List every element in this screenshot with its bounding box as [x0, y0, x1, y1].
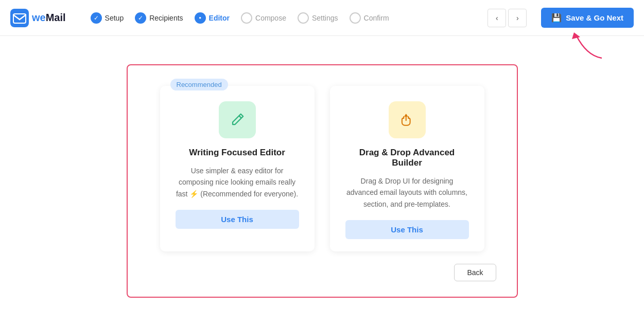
recommended-badge: Recommended: [170, 79, 228, 90]
step-circle-settings: [298, 12, 309, 24]
use-dragdrop-button[interactable]: Use This: [345, 220, 469, 239]
dragdrop-desc: Drag & Drop UI for designing advanced em…: [345, 175, 469, 210]
step-label-recipients: Recipients: [149, 14, 183, 22]
step-confirm[interactable]: Confirm: [345, 10, 393, 26]
logo: weMail: [10, 9, 66, 27]
step-settings[interactable]: Settings: [293, 10, 342, 26]
step-label-setup: Setup: [105, 14, 124, 22]
step-label-confirm: Confirm: [364, 14, 389, 22]
writing-focused-card: Recommended Writing Focused Editor Use s…: [160, 86, 315, 251]
step-label-settings: Settings: [312, 14, 338, 22]
writing-title: Writing Focused Editor: [189, 148, 285, 158]
step-compose[interactable]: Compose: [237, 10, 290, 26]
prev-button[interactable]: ‹: [488, 9, 506, 27]
step-recipients[interactable]: ✓ Recipients: [131, 10, 187, 26]
header: weMail ✓ Setup ✓ Recipients ● Editor Com…: [0, 0, 644, 36]
logo-text: weMail: [32, 12, 66, 24]
save-go-next-button[interactable]: 💾 Save & Go Next: [541, 8, 634, 28]
step-editor[interactable]: ● Editor: [190, 10, 234, 26]
nav-steps: ✓ Setup ✓ Recipients ● Editor Compose Se…: [86, 10, 478, 26]
cards-row: Recommended Writing Focused Editor Use s…: [148, 86, 496, 251]
step-label-compose: Compose: [255, 14, 286, 22]
writing-icon: [219, 101, 256, 138]
step-circle-setup: ✓: [91, 12, 102, 24]
next-button[interactable]: ›: [508, 9, 527, 27]
content-box: Recommended Writing Focused Editor Use s…: [127, 64, 518, 298]
back-button[interactable]: Back: [454, 264, 496, 281]
save-icon: 💾: [551, 13, 562, 23]
drag-drop-card: Drag & Drop Advanced Builder Drag & Drop…: [330, 86, 484, 251]
use-writing-button[interactable]: Use This: [176, 210, 299, 229]
step-circle-compose: [241, 12, 252, 24]
back-row: Back: [148, 264, 496, 281]
save-btn-label: Save & Go Next: [566, 13, 623, 22]
step-circle-recipients: ✓: [135, 12, 146, 24]
drag-icon: [389, 101, 426, 138]
step-circle-confirm: [350, 12, 361, 24]
step-label-editor: Editor: [209, 14, 230, 22]
main-content: Recommended Writing Focused Editor Use s…: [0, 36, 644, 326]
dragdrop-title: Drag & Drop Advanced Builder: [345, 148, 469, 168]
logo-icon: [10, 9, 29, 27]
step-circle-editor: ●: [195, 12, 206, 24]
writing-desc: Use simpler & easy editor for composing …: [176, 165, 299, 200]
step-setup[interactable]: ✓ Setup: [86, 10, 128, 26]
nav-arrows: ‹ ›: [488, 9, 527, 27]
